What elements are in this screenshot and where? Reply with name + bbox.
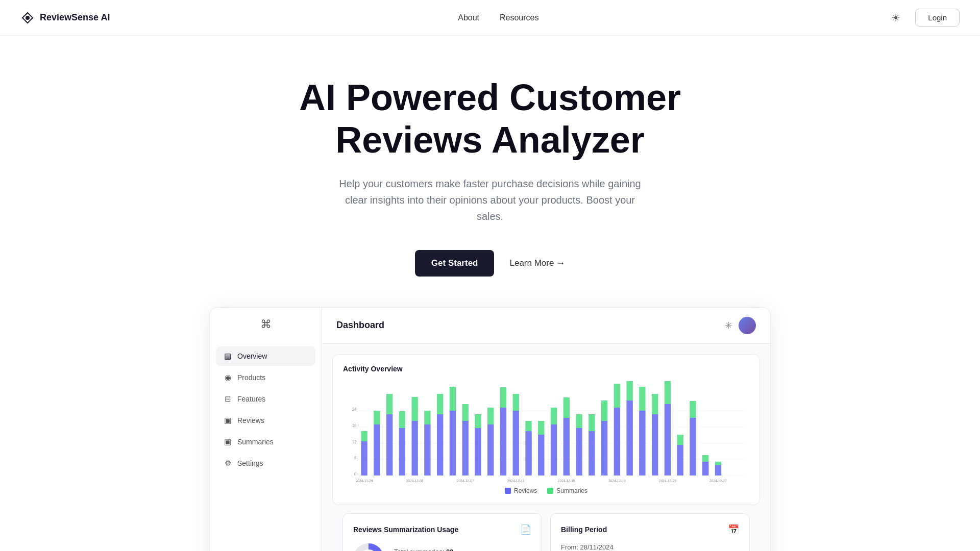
svg-rect-60	[665, 381, 671, 404]
usage-card-title: Reviews Summarization Usage	[353, 525, 458, 534]
svg-text:2024-12-15: 2024-12-15	[558, 479, 575, 482]
total-summaries-value: 20	[446, 548, 453, 551]
dashboard-title: Dashboard	[336, 320, 384, 331]
chart-title: Activity Overview	[343, 365, 749, 373]
svg-text:18: 18	[352, 422, 357, 428]
svg-rect-31	[487, 424, 494, 475]
products-icon: ◉	[223, 373, 232, 382]
legend-reviews-dot	[505, 488, 511, 494]
settings-icon: ⚙	[223, 459, 232, 468]
billing-from-label: From: 28/11/2024	[561, 543, 614, 551]
sidebar-logo-icon: ⌘	[260, 318, 272, 331]
usage-card-icon: 📄	[520, 524, 531, 535]
svg-rect-24	[437, 394, 443, 414]
svg-rect-29	[475, 428, 481, 475]
theme-toggle-button[interactable]: ☀	[887, 9, 905, 27]
svg-rect-30	[475, 414, 481, 428]
svg-rect-62	[677, 435, 683, 445]
logo-text: ReviewSense AI	[40, 12, 110, 23]
svg-rect-16	[386, 394, 393, 414]
hero-buttons: Get Started Learn More →	[415, 250, 565, 277]
sidebar-label-overview: Overview	[237, 352, 267, 360]
svg-rect-55	[639, 411, 645, 475]
svg-text:6: 6	[354, 455, 357, 460]
bottom-cards: Reviews Summarization Usage 📄 Total summ…	[332, 513, 760, 551]
learn-more-button[interactable]: Learn More →	[509, 258, 565, 268]
chart-container: Activity Overview 0 6 12 18 24	[322, 344, 770, 551]
hero-section: AI Powered Customer Reviews Analyzer Hel…	[0, 36, 980, 307]
svg-rect-25	[450, 411, 456, 475]
sidebar-item-products[interactable]: ◉ Products	[216, 368, 315, 387]
nav-about[interactable]: About	[458, 13, 479, 22]
svg-text:12: 12	[352, 439, 357, 444]
svg-rect-18	[399, 411, 405, 428]
features-icon: ⊟	[223, 394, 232, 404]
dashboard-settings-icon[interactable]: ✳	[725, 320, 732, 331]
summaries-icon: ▣	[223, 437, 232, 446]
sidebar-item-overview[interactable]: ▤ Overview	[216, 346, 315, 366]
svg-rect-47	[589, 431, 595, 475]
svg-rect-13	[374, 424, 380, 475]
login-button[interactable]: Login	[915, 9, 960, 27]
get-started-button[interactable]: Get Started	[415, 250, 495, 277]
svg-rect-57	[652, 414, 658, 475]
nav-resources[interactable]: Resources	[500, 13, 538, 22]
svg-text:24: 24	[352, 406, 357, 412]
bar-chart: 0 6 12 18 24	[343, 381, 749, 483]
svg-rect-68	[715, 462, 721, 465]
svg-rect-34	[500, 387, 506, 408]
svg-rect-15	[386, 414, 393, 475]
overview-icon: ▤	[223, 352, 232, 361]
svg-rect-49	[601, 421, 607, 475]
svg-rect-50	[601, 400, 607, 421]
sidebar-item-reviews[interactable]: ▣ Reviews	[216, 411, 315, 430]
svg-rect-22	[424, 411, 430, 424]
svg-rect-58	[652, 394, 658, 414]
svg-rect-21	[424, 424, 430, 475]
svg-rect-11	[361, 441, 367, 475]
svg-rect-20	[411, 397, 418, 421]
sidebar-item-features[interactable]: ⊟ Features	[216, 389, 315, 409]
billing-card-title: Billing Period	[561, 525, 607, 534]
billing-card-header: Billing Period 📅	[561, 524, 739, 535]
svg-rect-26	[450, 387, 456, 411]
dashboard-container: ⌘ ▤ Overview ◉ Products ⊟ Features ▣ Rev…	[209, 307, 771, 551]
sidebar-item-settings[interactable]: ⚙ Settings	[216, 454, 315, 473]
dashboard-header-actions: ✳	[725, 317, 756, 334]
total-summaries-row: Total summaries: 20	[394, 548, 471, 551]
svg-rect-63	[690, 418, 696, 475]
svg-rect-41	[551, 424, 557, 475]
logo[interactable]: ReviewSense AI	[20, 11, 110, 25]
sidebar: ⌘ ▤ Overview ◉ Products ⊟ Features ▣ Rev…	[210, 308, 322, 551]
chart-legend: Reviews Summaries	[343, 487, 749, 494]
svg-rect-52	[614, 384, 620, 408]
user-avatar[interactable]	[739, 317, 756, 334]
svg-rect-37	[525, 431, 531, 475]
svg-text:2024-12-23: 2024-12-23	[659, 479, 676, 482]
billing-card: Billing Period 📅 From: 28/11/2024	[550, 513, 750, 551]
svg-rect-61	[677, 445, 683, 475]
dashboard-preview: ⌘ ▤ Overview ◉ Products ⊟ Features ▣ Rev…	[0, 307, 980, 551]
svg-rect-36	[513, 394, 519, 411]
svg-text:2024-12-19: 2024-12-19	[608, 479, 626, 482]
usage-stats: Total summaries: 20 Summarized reviews: …	[394, 548, 471, 551]
svg-rect-39	[538, 435, 544, 475]
reviews-icon: ▣	[223, 416, 232, 425]
hero-subtitle: Help your customers make faster purchase…	[337, 176, 643, 224]
legend-summaries-label: Summaries	[556, 487, 587, 494]
usage-card: Reviews Summarization Usage 📄 Total summ…	[342, 513, 542, 551]
svg-rect-48	[589, 414, 595, 431]
sidebar-item-summaries[interactable]: ▣ Summaries	[216, 432, 315, 452]
svg-rect-17	[399, 428, 405, 475]
legend-reviews-label: Reviews	[514, 487, 537, 494]
svg-rect-38	[525, 421, 531, 431]
main-nav: About Resources	[458, 13, 538, 22]
svg-rect-66	[702, 455, 708, 462]
svg-text:2024-11-29: 2024-11-29	[356, 479, 373, 482]
legend-summaries: Summaries	[547, 487, 587, 494]
svg-text:2024-12-11: 2024-12-11	[507, 479, 525, 482]
svg-rect-33	[500, 408, 506, 475]
svg-rect-46	[576, 414, 582, 428]
svg-text:2024-12-27: 2024-12-27	[709, 479, 727, 482]
svg-text:2024-12-07: 2024-12-07	[457, 479, 474, 482]
